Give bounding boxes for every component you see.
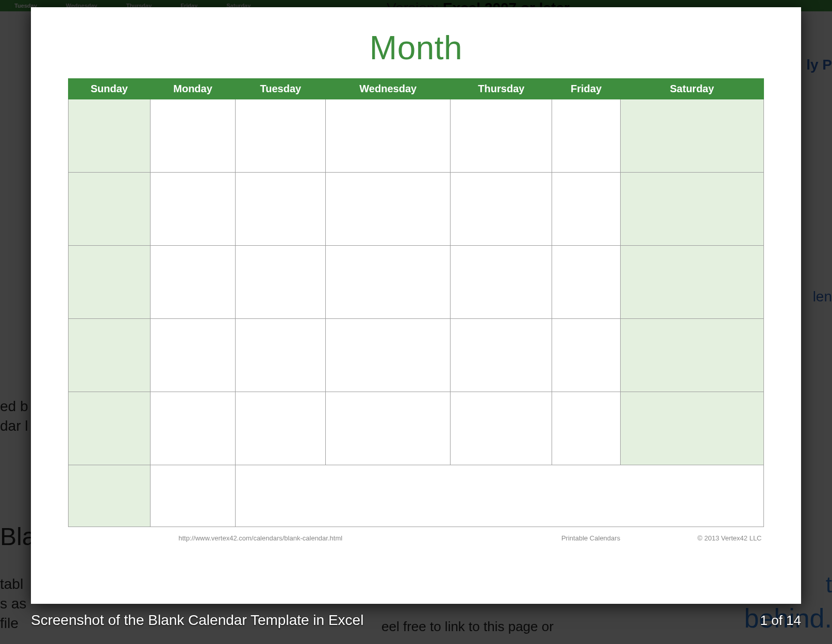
- calendar-table: Sunday Monday Tuesday Wednesday Thursday…: [68, 78, 764, 545]
- calendar-cell: [326, 246, 451, 319]
- calendar-cell: [150, 173, 236, 246]
- calendar-cell: [620, 319, 763, 392]
- calendar-cell: [150, 319, 236, 392]
- calendar-cell: [150, 99, 236, 173]
- calendar-cell: [236, 392, 326, 465]
- calendar-cell: [69, 392, 151, 465]
- day-header-friday: Friday: [552, 79, 620, 99]
- calendar-footer-url: http://www.vertex42.com/calendars/blank-…: [69, 527, 451, 545]
- calendar-header-row: Sunday Monday Tuesday Wednesday Thursday…: [69, 79, 764, 99]
- day-header-wednesday: Wednesday: [326, 79, 451, 99]
- calendar-week-row: [69, 173, 764, 246]
- calendar-footer-row: http://www.vertex42.com/calendars/blank-…: [69, 527, 764, 545]
- calendar-cell: [326, 392, 451, 465]
- calendar-cell: [69, 465, 151, 527]
- calendar-cell: [150, 465, 236, 527]
- day-header-saturday: Saturday: [620, 79, 763, 99]
- calendar-week-row: [69, 99, 764, 173]
- calendar-cell: [451, 246, 552, 319]
- bg-text-fragment: len: [813, 289, 832, 305]
- calendar-cell: [69, 246, 151, 319]
- lightbox-caption: Screenshot of the Blank Calendar Templat…: [31, 612, 363, 629]
- calendar-week-row: [69, 319, 764, 392]
- bg-text-fragment: dar l: [0, 416, 28, 436]
- calendar-cell: [552, 392, 620, 465]
- calendar-cell: [326, 99, 451, 173]
- calendar-footer-printable: Printable Calendars: [451, 527, 620, 545]
- bg-text-fragment: ly P: [806, 57, 832, 73]
- calendar-cell: [552, 319, 620, 392]
- calendar-cell: [236, 319, 326, 392]
- calendar-cell: [236, 465, 764, 527]
- calendar-cell: [326, 173, 451, 246]
- calendar-title: Month: [68, 29, 764, 67]
- calendar-cell: [69, 173, 151, 246]
- calendar-cell: [326, 319, 451, 392]
- day-header-sunday: Sunday: [69, 79, 151, 99]
- calendar-footer-copyright: © 2013 Vertex42 LLC: [620, 527, 763, 545]
- calendar-cell: [620, 173, 763, 246]
- calendar-cell: [451, 99, 552, 173]
- calendar-week-row: [69, 465, 764, 527]
- calendar-cell: [69, 319, 151, 392]
- calendar-cell: [236, 99, 326, 173]
- lightbox-caption-bar: Screenshot of the Blank Calendar Templat…: [31, 612, 801, 629]
- calendar-week-row: [69, 392, 764, 465]
- calendar-cell: [69, 99, 151, 173]
- calendar-cell: [150, 246, 236, 319]
- calendar-cell: [451, 319, 552, 392]
- day-header-thursday: Thursday: [451, 79, 552, 99]
- day-header-tuesday: Tuesday: [236, 79, 326, 99]
- calendar-cell: [150, 392, 236, 465]
- bg-text-fragment: ed b: [0, 397, 28, 416]
- calendar-cell: [620, 246, 763, 319]
- bg-text-fragment: Bla: [0, 520, 36, 554]
- calendar-cell: [451, 173, 552, 246]
- day-header-monday: Monday: [150, 79, 236, 99]
- calendar-cell: [236, 246, 326, 319]
- lightbox-image[interactable]: Month Sunday Monday Tuesday Wednesday Th…: [31, 7, 801, 604]
- calendar-cell: [620, 392, 763, 465]
- lightbox-counter: 1 of 14: [760, 613, 801, 629]
- bg-text-fragment: tabl: [0, 574, 23, 594]
- calendar-cell: [552, 246, 620, 319]
- calendar-cell: [552, 173, 620, 246]
- calendar-week-row: [69, 246, 764, 319]
- calendar-cell: [620, 99, 763, 173]
- calendar-cell: [236, 173, 326, 246]
- bg-text-fragment: t: [826, 572, 832, 598]
- calendar-cell: [552, 99, 620, 173]
- calendar-cell: [451, 392, 552, 465]
- bg-text-fragment: s as: [0, 594, 26, 614]
- bg-text-fragment: file: [0, 614, 19, 633]
